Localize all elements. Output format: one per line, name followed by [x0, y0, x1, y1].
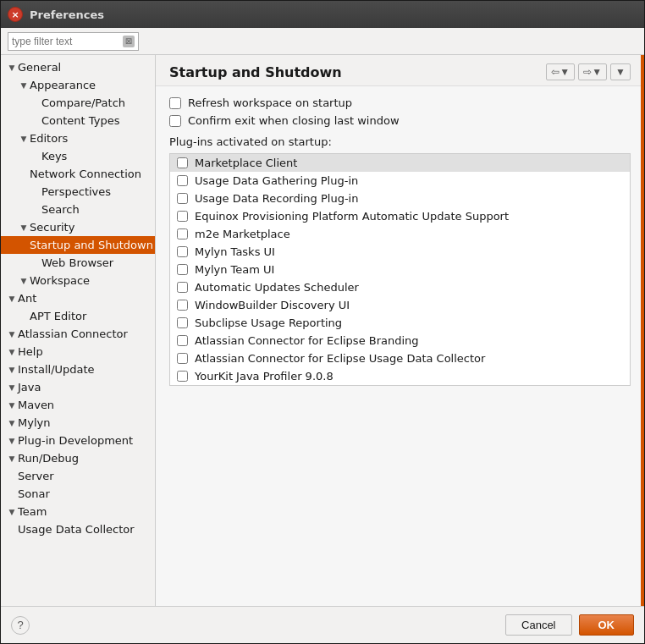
sidebar-item-apt-editor[interactable]: APT Editor [1, 307, 155, 325]
arrow-icon-security [18, 222, 30, 234]
back-button[interactable]: ⇦▼ [546, 63, 575, 80]
sidebar-item-sonar[interactable]: Sonar [1, 485, 155, 503]
plugin-name-mylyn-tasks-ui: Mylyn Tasks UI [195, 245, 275, 258]
sidebar-item-server[interactable]: Server [1, 467, 155, 485]
checkbox-refresh-workspace[interactable] [169, 97, 181, 109]
ok-button[interactable]: OK [579, 614, 635, 636]
footer: ? Cancel OK [1, 606, 644, 643]
sidebar-label-search: Search [41, 203, 155, 216]
orange-scroll-indicator [641, 55, 644, 606]
plugin-item-automatic-updates[interactable]: Automatic Updates Scheduler [170, 278, 630, 296]
plugin-checkbox-mylyn-tasks-ui[interactable] [177, 246, 188, 257]
sidebar-item-appearance[interactable]: Appearance [1, 76, 155, 94]
arrow-icon-run-debug [6, 453, 18, 465]
filter-input-container[interactable]: ⊠ [8, 32, 139, 51]
sidebar-label-maven: Maven [18, 399, 155, 411]
sidebar-label-team: Team [18, 505, 155, 518]
sidebar-item-startup-shutdown[interactable]: Startup and Shutdown [1, 236, 155, 254]
sidebar-item-install-update[interactable]: Install/Update [1, 361, 155, 378]
plugin-item-marketplace-client[interactable]: Marketplace Client [170, 154, 630, 172]
sidebar: GeneralAppearanceCompare/PatchContent Ty… [1, 55, 156, 606]
sidebar-label-sonar: Sonar [18, 487, 155, 500]
sidebar-label-appearance: Appearance [30, 79, 155, 91]
sidebar-item-content-types[interactable]: Content Types [1, 112, 155, 129]
sidebar-item-help[interactable]: Help [1, 343, 155, 361]
sidebar-label-workspace: Workspace [30, 274, 155, 287]
plugin-item-m2e-marketplace[interactable]: m2e Marketplace [170, 225, 630, 243]
main-content: GeneralAppearanceCompare/PatchContent Ty… [1, 55, 644, 606]
sidebar-item-web-browser[interactable]: Web Browser [1, 254, 155, 272]
plugins-section: Plug-ins activated on startup: Marketpla… [169, 135, 631, 386]
filter-clear-button[interactable]: ⊠ [123, 36, 135, 47]
plugin-checkbox-yourkit[interactable] [177, 371, 188, 382]
content-area: Startup and Shutdown ⇦▼ ⇨▼ ▼ [156, 55, 644, 606]
arrow-icon-team [6, 506, 18, 518]
plugin-name-marketplace-client: Marketplace Client [195, 157, 297, 169]
sidebar-item-search[interactable]: Search [1, 201, 155, 218]
sidebar-label-ant: Ant [18, 292, 155, 305]
plugin-item-mylyn-team-ui[interactable]: Mylyn Team UI [170, 261, 630, 278]
plugin-checkbox-marketplace-client[interactable] [177, 157, 188, 168]
sidebar-item-security[interactable]: Security [1, 218, 155, 236]
sidebar-item-atlassian-connector[interactable]: Atlassian Connector [1, 325, 155, 343]
sidebar-item-mylyn[interactable]: Mylyn [1, 414, 155, 432]
sidebar-item-team[interactable]: Team [1, 503, 155, 520]
sidebar-label-install-update: Install/Update [18, 363, 155, 376]
plugin-checkbox-m2e-marketplace[interactable] [177, 228, 188, 239]
sidebar-item-network-connection[interactable]: Network Connection [1, 165, 155, 183]
plugin-item-equinox-provisioning[interactable]: Equinox Provisioning Platform Automatic … [170, 207, 630, 225]
sidebar-item-keys[interactable]: Keys [1, 147, 155, 165]
sidebar-item-workspace[interactable]: Workspace [1, 272, 155, 289]
plugin-item-mylyn-tasks-ui[interactable]: Mylyn Tasks UI [170, 243, 630, 261]
plugin-checkbox-usage-data-gathering[interactable] [177, 175, 188, 186]
window-title: Preferences [30, 8, 104, 21]
cancel-button[interactable]: Cancel [505, 614, 571, 636]
plugin-name-equinox-provisioning: Equinox Provisioning Platform Automatic … [195, 210, 509, 223]
sidebar-item-ant[interactable]: Ant [1, 289, 155, 307]
sidebar-label-server: Server [18, 470, 155, 482]
plugin-item-usage-data-recording[interactable]: Usage Data Recording Plug-in [170, 190, 630, 207]
arrow-icon-plugin-development [6, 435, 18, 447]
sidebar-item-perspectives[interactable]: Perspectives [1, 183, 155, 201]
plugin-item-atlassian-usage[interactable]: Atlassian Connector for Eclipse Usage Da… [170, 350, 630, 367]
sidebar-item-maven[interactable]: Maven [1, 396, 155, 414]
arrow-icon-general [6, 62, 18, 74]
forward-icon: ⇨ [583, 66, 592, 78]
checkbox-confirm-exit[interactable] [169, 115, 181, 127]
content-header: Startup and Shutdown ⇦▼ ⇨▼ ▼ [156, 55, 644, 86]
sidebar-item-run-debug[interactable]: Run/Debug [1, 449, 155, 467]
plugin-item-atlassian-branding[interactable]: Atlassian Connector for Eclipse Branding [170, 332, 630, 350]
plugin-checkbox-subclipse-usage[interactable] [177, 317, 188, 328]
plugin-checkbox-usage-data-recording[interactable] [177, 193, 188, 204]
back-dropdown-icon: ▼ [560, 66, 570, 78]
plugin-item-usage-data-gathering[interactable]: Usage Data Gathering Plug-in [170, 172, 630, 190]
plugin-checkbox-automatic-updates[interactable] [177, 282, 188, 293]
plugin-checkbox-equinox-provisioning[interactable] [177, 211, 188, 222]
preferences-window: × Preferences ⊠ GeneralAppearanceCompare… [0, 0, 645, 644]
sidebar-label-help: Help [18, 345, 155, 358]
plugin-item-windowbuilder[interactable]: WindowBuilder Discovery UI [170, 296, 630, 314]
plugin-name-automatic-updates: Automatic Updates Scheduler [195, 281, 359, 294]
plugin-checkbox-windowbuilder[interactable] [177, 300, 188, 311]
plugin-checkbox-atlassian-branding[interactable] [177, 335, 188, 346]
plugin-item-subclipse-usage[interactable]: Subclipse Usage Reporting [170, 314, 630, 332]
sidebar-label-perspectives: Perspectives [41, 185, 155, 198]
sidebar-label-plugin-development: Plug-in Development [18, 434, 155, 447]
filter-input[interactable] [12, 36, 113, 47]
sidebar-item-editors[interactable]: Editors [1, 129, 155, 147]
sidebar-item-java[interactable]: Java [1, 378, 155, 396]
plugin-checkbox-atlassian-usage[interactable] [177, 353, 188, 364]
sidebar-item-general[interactable]: General [1, 58, 155, 76]
forward-button[interactable]: ⇨▼ [578, 63, 607, 80]
checkbox-label-confirm-exit: Confirm exit when closing last window [188, 114, 400, 127]
arrow-icon-maven [6, 399, 18, 411]
plugin-checkbox-mylyn-team-ui[interactable] [177, 264, 188, 275]
sidebar-item-usage-data-collector[interactable]: Usage Data Collector [1, 520, 155, 538]
sidebar-item-plugin-development[interactable]: Plug-in Development [1, 432, 155, 449]
sidebar-label-editors: Editors [30, 132, 155, 145]
plugin-item-yourkit[interactable]: YourKit Java Profiler 9.0.8 [170, 367, 630, 385]
close-button[interactable]: × [8, 7, 23, 22]
menu-dropdown-button[interactable]: ▼ [610, 63, 631, 80]
sidebar-item-compare-patch[interactable]: Compare/Patch [1, 94, 155, 112]
help-button[interactable]: ? [11, 616, 30, 635]
